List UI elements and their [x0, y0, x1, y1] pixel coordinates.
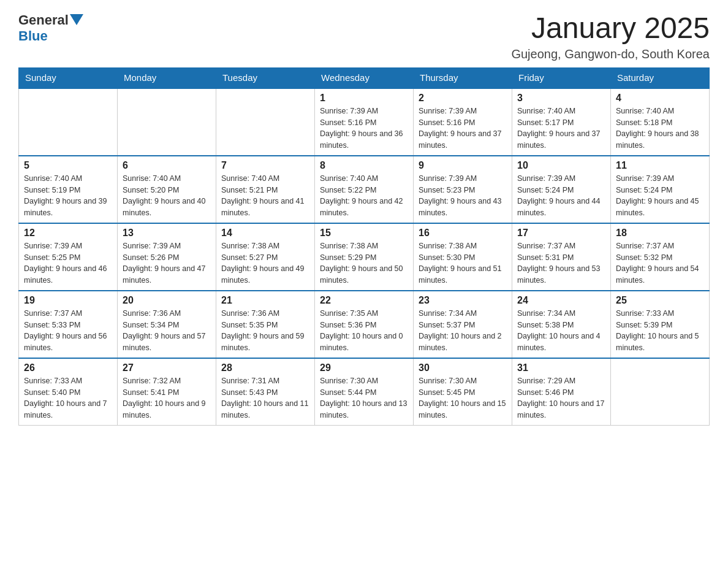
day-number: 6 [123, 160, 211, 171]
calendar-cell [216, 88, 315, 156]
day-info: Sunrise: 7:39 AMSunset: 5:24 PMDaylight:… [616, 173, 704, 219]
day-info: Sunrise: 7:30 AMSunset: 5:44 PMDaylight:… [320, 375, 408, 421]
day-info: Sunrise: 7:30 AMSunset: 5:45 PMDaylight:… [419, 375, 507, 421]
day-number: 11 [616, 160, 704, 171]
calendar-week-row: 12Sunrise: 7:39 AMSunset: 5:25 PMDayligh… [19, 223, 710, 291]
day-number: 7 [221, 160, 309, 171]
day-info: Sunrise: 7:39 AMSunset: 5:23 PMDaylight:… [419, 173, 507, 219]
day-info: Sunrise: 7:39 AMSunset: 5:24 PMDaylight:… [517, 173, 605, 219]
day-number: 28 [221, 362, 309, 373]
day-number: 19 [24, 295, 112, 306]
day-info: Sunrise: 7:40 AMSunset: 5:21 PMDaylight:… [221, 173, 309, 219]
day-number: 30 [419, 362, 507, 373]
calendar-cell: 7Sunrise: 7:40 AMSunset: 5:21 PMDaylight… [216, 156, 315, 223]
calendar-header-wednesday: Wednesday [315, 67, 414, 88]
day-info: Sunrise: 7:35 AMSunset: 5:36 PMDaylight:… [320, 308, 408, 354]
calendar-cell: 6Sunrise: 7:40 AMSunset: 5:20 PMDaylight… [118, 156, 216, 223]
calendar-cell [611, 358, 710, 426]
day-info: Sunrise: 7:38 AMSunset: 5:29 PMDaylight:… [320, 240, 408, 286]
logo: General Blue [18, 12, 83, 44]
calendar-cell: 15Sunrise: 7:38 AMSunset: 5:29 PMDayligh… [315, 223, 414, 291]
calendar-header-sunday: Sunday [19, 67, 118, 88]
day-info: Sunrise: 7:33 AMSunset: 5:40 PMDaylight:… [24, 375, 112, 421]
calendar-cell: 29Sunrise: 7:30 AMSunset: 5:44 PMDayligh… [315, 358, 414, 426]
day-info: Sunrise: 7:37 AMSunset: 5:33 PMDaylight:… [24, 308, 112, 354]
calendar-cell: 23Sunrise: 7:34 AMSunset: 5:37 PMDayligh… [414, 291, 512, 358]
title-area: January 2025 Gujeong, Gangwon-do, South … [511, 12, 710, 61]
calendar-cell: 31Sunrise: 7:29 AMSunset: 5:46 PMDayligh… [512, 358, 611, 426]
day-number: 9 [419, 160, 507, 171]
day-info: Sunrise: 7:29 AMSunset: 5:46 PMDaylight:… [517, 375, 605, 421]
svg-marker-0 [70, 14, 83, 25]
calendar-cell: 26Sunrise: 7:33 AMSunset: 5:40 PMDayligh… [19, 358, 118, 426]
day-info: Sunrise: 7:34 AMSunset: 5:37 PMDaylight:… [419, 308, 507, 354]
day-number: 5 [24, 160, 112, 171]
calendar-cell: 12Sunrise: 7:39 AMSunset: 5:25 PMDayligh… [19, 223, 118, 291]
day-number: 22 [320, 295, 408, 306]
day-info: Sunrise: 7:32 AMSunset: 5:41 PMDaylight:… [123, 375, 211, 421]
calendar-cell: 27Sunrise: 7:32 AMSunset: 5:41 PMDayligh… [118, 358, 216, 426]
calendar-cell [19, 88, 118, 156]
calendar-cell: 24Sunrise: 7:34 AMSunset: 5:38 PMDayligh… [512, 291, 611, 358]
calendar-cell: 8Sunrise: 7:40 AMSunset: 5:22 PMDaylight… [315, 156, 414, 223]
day-info: Sunrise: 7:38 AMSunset: 5:30 PMDaylight:… [419, 240, 507, 286]
calendar-cell: 18Sunrise: 7:37 AMSunset: 5:32 PMDayligh… [611, 223, 710, 291]
day-number: 10 [517, 160, 605, 171]
calendar-subtitle: Gujeong, Gangwon-do, South Korea [511, 47, 710, 61]
calendar-cell: 10Sunrise: 7:39 AMSunset: 5:24 PMDayligh… [512, 156, 611, 223]
calendar-header-monday: Monday [118, 67, 216, 88]
calendar-table: SundayMondayTuesdayWednesdayThursdayFrid… [18, 67, 710, 426]
day-number: 27 [123, 362, 211, 373]
calendar-cell: 28Sunrise: 7:31 AMSunset: 5:43 PMDayligh… [216, 358, 315, 426]
calendar-cell: 30Sunrise: 7:30 AMSunset: 5:45 PMDayligh… [414, 358, 512, 426]
day-info: Sunrise: 7:39 AMSunset: 5:16 PMDaylight:… [320, 105, 408, 151]
day-number: 12 [24, 228, 112, 239]
day-info: Sunrise: 7:40 AMSunset: 5:17 PMDaylight:… [517, 105, 605, 151]
day-number: 1 [320, 93, 408, 104]
calendar-cell: 25Sunrise: 7:33 AMSunset: 5:39 PMDayligh… [611, 291, 710, 358]
day-info: Sunrise: 7:39 AMSunset: 5:26 PMDaylight:… [123, 240, 211, 286]
calendar-cell: 21Sunrise: 7:36 AMSunset: 5:35 PMDayligh… [216, 291, 315, 358]
day-info: Sunrise: 7:34 AMSunset: 5:38 PMDaylight:… [517, 308, 605, 354]
calendar-week-row: 19Sunrise: 7:37 AMSunset: 5:33 PMDayligh… [19, 291, 710, 358]
calendar-week-row: 26Sunrise: 7:33 AMSunset: 5:40 PMDayligh… [19, 358, 710, 426]
day-info: Sunrise: 7:36 AMSunset: 5:34 PMDaylight:… [123, 308, 211, 354]
calendar-cell: 14Sunrise: 7:38 AMSunset: 5:27 PMDayligh… [216, 223, 315, 291]
day-number: 3 [517, 93, 605, 104]
day-number: 2 [419, 93, 507, 104]
calendar-header-tuesday: Tuesday [216, 67, 315, 88]
day-number: 16 [419, 228, 507, 239]
day-info: Sunrise: 7:39 AMSunset: 5:16 PMDaylight:… [419, 105, 507, 151]
day-info: Sunrise: 7:40 AMSunset: 5:22 PMDaylight:… [320, 173, 408, 219]
day-info: Sunrise: 7:40 AMSunset: 5:20 PMDaylight:… [123, 173, 211, 219]
day-info: Sunrise: 7:39 AMSunset: 5:25 PMDaylight:… [24, 240, 112, 286]
day-number: 25 [616, 295, 704, 306]
logo-triangle-icon [70, 14, 83, 25]
day-info: Sunrise: 7:37 AMSunset: 5:32 PMDaylight:… [616, 240, 704, 286]
calendar-cell: 19Sunrise: 7:37 AMSunset: 5:33 PMDayligh… [19, 291, 118, 358]
day-number: 31 [517, 362, 605, 373]
day-number: 23 [419, 295, 507, 306]
calendar-cell: 3Sunrise: 7:40 AMSunset: 5:17 PMDaylight… [512, 88, 611, 156]
calendar-cell: 20Sunrise: 7:36 AMSunset: 5:34 PMDayligh… [118, 291, 216, 358]
calendar-title: January 2025 [511, 12, 710, 45]
day-number: 15 [320, 228, 408, 239]
calendar-header-friday: Friday [512, 67, 611, 88]
calendar-cell: 16Sunrise: 7:38 AMSunset: 5:30 PMDayligh… [414, 223, 512, 291]
day-number: 14 [221, 228, 309, 239]
calendar-week-row: 5Sunrise: 7:40 AMSunset: 5:19 PMDaylight… [19, 156, 710, 223]
day-number: 17 [517, 228, 605, 239]
calendar-cell: 1Sunrise: 7:39 AMSunset: 5:16 PMDaylight… [315, 88, 414, 156]
calendar-cell: 13Sunrise: 7:39 AMSunset: 5:26 PMDayligh… [118, 223, 216, 291]
day-info: Sunrise: 7:40 AMSunset: 5:19 PMDaylight:… [24, 173, 112, 219]
calendar-header-saturday: Saturday [611, 67, 710, 88]
calendar-week-row: 1Sunrise: 7:39 AMSunset: 5:16 PMDaylight… [19, 88, 710, 156]
day-number: 26 [24, 362, 112, 373]
page-header: General Blue January 2025 Gujeong, Gangw… [18, 12, 710, 61]
day-info: Sunrise: 7:38 AMSunset: 5:27 PMDaylight:… [221, 240, 309, 286]
day-info: Sunrise: 7:37 AMSunset: 5:31 PMDaylight:… [517, 240, 605, 286]
day-info: Sunrise: 7:36 AMSunset: 5:35 PMDaylight:… [221, 308, 309, 354]
day-number: 29 [320, 362, 408, 373]
day-info: Sunrise: 7:33 AMSunset: 5:39 PMDaylight:… [616, 308, 704, 354]
calendar-cell: 11Sunrise: 7:39 AMSunset: 5:24 PMDayligh… [611, 156, 710, 223]
